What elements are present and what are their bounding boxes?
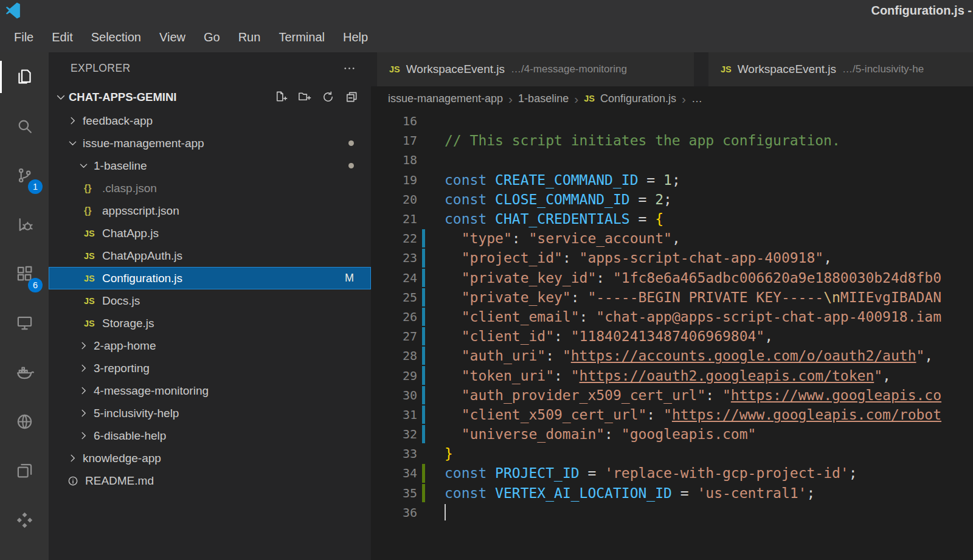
code-token: ; (806, 485, 815, 501)
line-number[interactable]: 16 (371, 114, 417, 128)
editor-tab-1[interactable]: JSWorkspaceEvent.js…/4-message-monitorin… (377, 52, 694, 86)
line-number[interactable]: 22 (371, 231, 417, 246)
breadcrumb-item-configuration-js[interactable]: Configuration.js (600, 92, 676, 105)
chevron-right-icon[interactable] (67, 452, 83, 464)
menu-item-help[interactable]: Help (334, 30, 377, 44)
collapse-all-icon[interactable] (345, 90, 359, 104)
activity-run-debug[interactable] (0, 200, 49, 249)
activity-source-control[interactable]: 1 (0, 151, 49, 200)
more-actions-button[interactable] (342, 61, 356, 75)
line-number[interactable]: 26 (371, 309, 417, 324)
activity-docker[interactable] (0, 348, 49, 397)
code-line-33[interactable]: 33} (371, 444, 973, 463)
line-number[interactable]: 32 (371, 427, 417, 441)
line-number[interactable]: 35 (371, 486, 417, 500)
tree-item-chatappauth-js[interactable]: JSChatAppAuth.js (49, 244, 371, 267)
line-number[interactable]: 31 (371, 407, 417, 422)
menu-item-selection[interactable]: Selection (82, 30, 150, 44)
tree-item-5-inclusivity-help[interactable]: 5-inclusivity-help (49, 402, 371, 424)
line-number[interactable]: 34 (371, 466, 417, 480)
code-line-25[interactable]: 25 "private_key": "-----BEGIN PRIVATE KE… (371, 288, 973, 307)
menu-item-terminal[interactable]: Terminal (269, 30, 334, 44)
line-number[interactable]: 20 (371, 192, 417, 207)
code-line-24[interactable]: 24 "private_key_id": "1fc8e6a465adbc0066… (371, 268, 973, 288)
code-line-29[interactable]: 29 "token_uri": "https://oauth2.googleap… (371, 365, 973, 385)
chevron-down-icon[interactable] (78, 160, 94, 171)
menu-item-file[interactable]: File (5, 30, 43, 44)
code-line-19[interactable]: 19const CREATE_COMMAND_ID = 1; (371, 170, 973, 190)
tree-item-feedback-app[interactable]: feedback-app (49, 109, 371, 132)
breadcrumb-item-[interactable]: … (691, 92, 702, 105)
line-number[interactable]: 28 (371, 348, 417, 363)
refresh-icon[interactable] (321, 90, 335, 104)
activity-extensions[interactable]: 6 (0, 249, 49, 299)
line-number[interactable]: 24 (371, 271, 417, 285)
new-folder-icon[interactable] (297, 90, 311, 104)
tree-item-clasp-json[interactable]: {}.clasp.json (49, 177, 371, 199)
breadcrumb-item-1-baseline[interactable]: 1-baseline (518, 92, 569, 105)
activity-explorer[interactable] (0, 52, 49, 102)
activity-search[interactable] (0, 102, 49, 151)
chevron-down-icon[interactable] (67, 137, 83, 149)
chevron-right-icon[interactable] (78, 362, 94, 374)
code-line-18[interactable]: 18 (371, 150, 973, 170)
tree-item-2-app-home[interactable]: 2-app-home (49, 334, 371, 357)
code-line-30[interactable]: 30 "auth_provider_x509_cert_url": "https… (371, 385, 973, 405)
tree-item-6-disable-help[interactable]: 6-disable-help (49, 424, 371, 447)
line-number[interactable]: 25 (371, 290, 417, 305)
line-number[interactable]: 27 (371, 329, 417, 344)
code-line-31[interactable]: 31 "client_x509_cert_url": "https://www.… (371, 405, 973, 424)
chevron-right-icon[interactable] (78, 340, 94, 351)
code-line-32[interactable]: 32 "universe_domain": "googleapis.com" (371, 424, 973, 444)
chevron-right-icon[interactable] (67, 115, 83, 126)
tree-item-storage-js[interactable]: JSStorage.js (49, 312, 371, 334)
new-file-icon[interactable] (274, 90, 288, 104)
code-line-23[interactable]: 23 "project_id": "apps-script-chat-app-4… (371, 248, 973, 268)
tree-item-1-baseline[interactable]: 1-baseline (49, 154, 371, 177)
tree-item-appsscript-json[interactable]: {}appsscript.json (49, 199, 371, 222)
line-number[interactable]: 36 (371, 505, 417, 520)
tree-item-readme-md[interactable]: README.md (49, 469, 371, 492)
code-line-26[interactable]: 26 "client_email": "chat-app@apps-script… (371, 307, 973, 327)
line-number[interactable]: 33 (371, 446, 417, 461)
editor-tab-2[interactable]: JSWorkspaceEvent.js…/5-inclusivity-he (708, 52, 973, 86)
line-number[interactable]: 29 (371, 368, 417, 383)
line-number[interactable]: 21 (371, 212, 417, 226)
code-line-28[interactable]: 28 "auth_uri": "https://accounts.google.… (371, 346, 973, 365)
workspace-header[interactable]: CHAT-APPS-GEMINI (49, 85, 371, 109)
menu-item-run[interactable]: Run (229, 30, 270, 44)
menu-item-edit[interactable]: Edit (43, 30, 81, 44)
code-line-34[interactable]: 34const PROJECT_ID = 'replace-with-gcp-p… (371, 463, 973, 483)
line-number[interactable]: 19 (371, 173, 417, 187)
tree-item-docs-js[interactable]: JSDocs.js (49, 289, 371, 312)
code-line-36[interactable]: 36 (371, 503, 973, 522)
code-editor[interactable]: 1617// This script initiates the app con… (371, 111, 973, 560)
tree-item-chatapp-js[interactable]: JSChatApp.js (49, 222, 371, 244)
tree-item-issue-management-app[interactable]: issue-management-app (49, 132, 371, 154)
code-line-22[interactable]: 22 "type": "service_account", (371, 229, 973, 248)
line-number[interactable]: 30 (371, 388, 417, 403)
tree-item-3-reporting[interactable]: 3-reporting (49, 357, 371, 379)
code-line-16[interactable]: 16 (371, 111, 973, 131)
code-line-35[interactable]: 35const VERTEX_AI_LOCATION_ID = 'us-cent… (371, 483, 973, 503)
tree-item-4-message-monitoring[interactable]: 4-message-monitoring (49, 379, 371, 402)
tree-item-knowledge-app[interactable]: knowledge-app (49, 447, 371, 469)
menu-item-view[interactable]: View (150, 30, 195, 44)
breadcrumb-item-issue-management-app[interactable]: issue-management-app (388, 92, 503, 105)
code-line-17[interactable]: 17// This script initiates the app confi… (371, 131, 973, 150)
line-number[interactable]: 18 (371, 153, 417, 167)
code-line-27[interactable]: 27 "client_id": "118402413487406969804", (371, 327, 973, 346)
tree-item-configuration-js[interactable]: JSConfiguration.jsM (49, 267, 371, 289)
activity-diamond-grid[interactable] (0, 496, 49, 545)
line-number[interactable]: 17 (371, 133, 417, 148)
line-number[interactable]: 23 (371, 251, 417, 265)
menu-item-go[interactable]: Go (195, 30, 229, 44)
chevron-right-icon[interactable] (78, 385, 94, 396)
code-line-21[interactable]: 21const CHAT_CREDENTIALS = { (371, 209, 973, 229)
code-line-20[interactable]: 20const CLOSE_COMMAND_ID = 2; (371, 190, 973, 209)
chevron-right-icon[interactable] (78, 407, 94, 419)
activity-app-windows[interactable] (0, 446, 49, 496)
activity-globe[interactable] (0, 397, 49, 446)
chevron-right-icon[interactable] (78, 430, 94, 441)
activity-remote-explorer[interactable] (0, 299, 49, 348)
